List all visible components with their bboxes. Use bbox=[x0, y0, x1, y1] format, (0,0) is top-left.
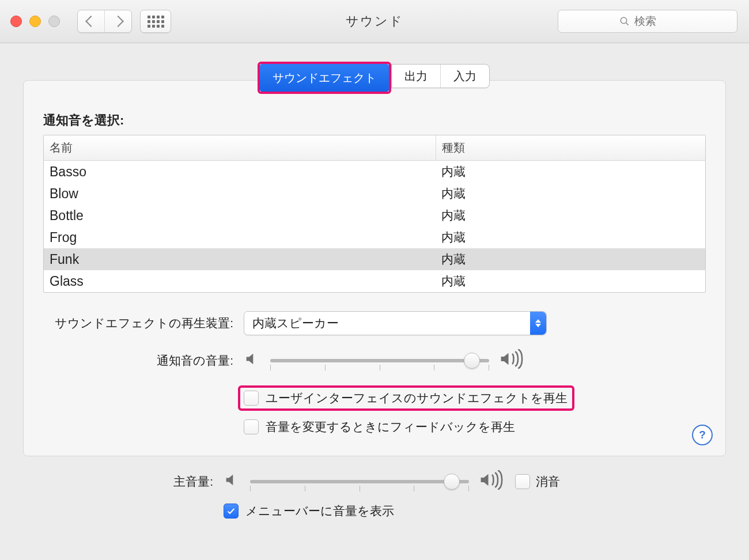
slider-ticks bbox=[270, 365, 489, 370]
volume-low-icon bbox=[224, 472, 240, 491]
cell-name: Blow bbox=[44, 186, 436, 202]
feedback-checkbox[interactable] bbox=[244, 419, 259, 434]
svg-point-0 bbox=[621, 17, 627, 24]
cell-name: Basso bbox=[44, 164, 436, 180]
highlight-tab-effects: サウンドエフェクト bbox=[258, 62, 391, 94]
check-icon bbox=[226, 506, 236, 516]
svg-marker-2 bbox=[535, 319, 541, 323]
alert-sounds-table: 名前 種類 Basso内蔵 Blow内蔵 Bottle内蔵 Frog内蔵 Fun… bbox=[43, 135, 706, 293]
table-row[interactable]: Blow内蔵 bbox=[44, 183, 705, 205]
alert-volume-slider[interactable] bbox=[270, 359, 489, 362]
search-field[interactable] bbox=[558, 10, 737, 33]
cell-name: Glass bbox=[44, 274, 436, 289]
forward-button[interactable] bbox=[104, 10, 131, 32]
volume-high-icon bbox=[479, 470, 505, 493]
zoom-window-button[interactable] bbox=[48, 16, 60, 27]
volume-low-icon bbox=[244, 351, 260, 370]
help-button[interactable]: ? bbox=[692, 425, 713, 445]
history-nav bbox=[77, 10, 132, 33]
titlebar: サウンド bbox=[0, 0, 749, 43]
playback-device-value: 内蔵スピーカー bbox=[252, 315, 339, 331]
cell-name: Funk bbox=[44, 252, 436, 267]
menubar-volume-checkbox[interactable] bbox=[224, 504, 239, 519]
alert-volume-label: 通知音の音量: bbox=[43, 353, 244, 369]
menubar-volume-label: メニューバーに音量を表示 bbox=[245, 503, 394, 519]
sound-effects-panel: 通知音を選択: 名前 種類 Basso内蔵 Blow内蔵 Bottle内蔵 Fr… bbox=[23, 80, 726, 456]
mute-label: 消音 bbox=[536, 474, 560, 490]
cell-kind: 内蔵 bbox=[436, 273, 705, 289]
playback-device-label: サウンドエフェクトの再生装置: bbox=[43, 315, 244, 331]
close-window-button[interactable] bbox=[10, 16, 22, 27]
table-row[interactable]: Glass内蔵 bbox=[44, 270, 705, 292]
tabs: サウンドエフェクト 出力 入力 bbox=[0, 64, 749, 92]
slider-thumb[interactable] bbox=[464, 353, 480, 369]
output-volume-section: 主音量: 消音 メニューバーに音量を表示 bbox=[23, 470, 726, 519]
svg-line-1 bbox=[626, 23, 629, 25]
cell-name: Bottle bbox=[44, 208, 436, 224]
show-all-button[interactable] bbox=[141, 10, 171, 32]
volume-high-icon bbox=[500, 349, 525, 372]
slider-thumb[interactable] bbox=[444, 474, 460, 490]
table-header: 名前 種類 bbox=[44, 135, 705, 161]
minimize-window-button[interactable] bbox=[29, 16, 41, 27]
chevron-right-icon bbox=[112, 16, 124, 27]
table-row[interactable]: Frog内蔵 bbox=[44, 226, 705, 248]
svg-marker-3 bbox=[535, 324, 541, 327]
table-body: Basso内蔵 Blow内蔵 Bottle内蔵 Frog内蔵 Funk内蔵 Gl… bbox=[44, 161, 705, 292]
cell-kind: 内蔵 bbox=[436, 164, 705, 180]
select-stepper-icon bbox=[530, 312, 546, 335]
main-volume-label: 主音量: bbox=[23, 474, 224, 490]
cell-kind: 内蔵 bbox=[436, 251, 705, 267]
slider-ticks bbox=[250, 486, 469, 491]
chevron-left-icon bbox=[85, 16, 97, 27]
window-controls bbox=[10, 16, 60, 27]
table-row[interactable]: Bottle内蔵 bbox=[44, 205, 705, 226]
feedback-label: 音量を変更するときにフィードバックを再生 bbox=[266, 419, 515, 435]
main-volume-slider[interactable] bbox=[250, 480, 469, 483]
tab-output[interactable]: 出力 bbox=[392, 65, 440, 88]
column-kind[interactable]: 種類 bbox=[436, 135, 705, 160]
search-input[interactable] bbox=[633, 14, 676, 28]
grid-icon bbox=[147, 16, 164, 28]
select-alert-label: 通知音を選択: bbox=[43, 112, 706, 129]
ui-sound-label: ユーザインターフェイスのサウンドエフェクトを再生 bbox=[266, 390, 568, 406]
show-all-prefs bbox=[140, 10, 171, 33]
cell-name: Frog bbox=[44, 230, 436, 245]
cell-kind: 内蔵 bbox=[436, 186, 705, 202]
table-row[interactable]: Basso内蔵 bbox=[44, 161, 705, 183]
highlight-ui-sound-checkbox: ユーザインターフェイスのサウンドエフェクトを再生 bbox=[238, 385, 574, 411]
alert-volume-control bbox=[244, 349, 525, 372]
tab-input[interactable]: 入力 bbox=[440, 65, 489, 88]
cell-kind: 内蔵 bbox=[436, 229, 705, 245]
search-icon bbox=[619, 16, 630, 27]
playback-device-select[interactable]: 内蔵スピーカー bbox=[244, 311, 547, 335]
column-name[interactable]: 名前 bbox=[44, 135, 436, 160]
back-button[interactable] bbox=[78, 10, 104, 32]
ui-sound-checkbox[interactable] bbox=[244, 391, 259, 406]
cell-kind: 内蔵 bbox=[436, 207, 705, 224]
mute-checkbox[interactable] bbox=[515, 474, 530, 489]
main-volume-control bbox=[224, 470, 505, 493]
tab-sound-effects[interactable]: サウンドエフェクト bbox=[260, 64, 389, 92]
table-row[interactable]: Funk内蔵 bbox=[44, 248, 705, 270]
